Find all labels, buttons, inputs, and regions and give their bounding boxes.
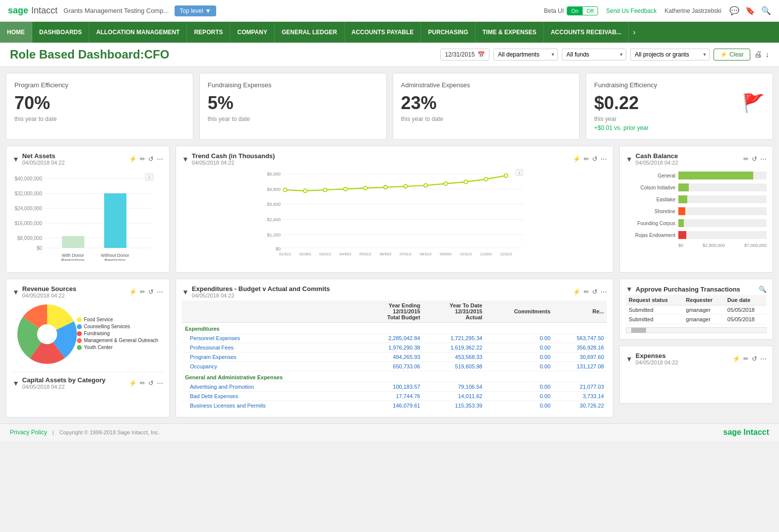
feedback-link[interactable]: Send Us Feedback [606, 7, 657, 14]
svg-point-39 [424, 183, 427, 187]
company-name: Grants Management Testing Comp... [63, 7, 169, 14]
expenses-collapse[interactable]: ▼ [626, 355, 633, 363]
svg-text:$8,000,000: $8,000,000 [17, 236, 42, 241]
dept-filter[interactable]: All departments [493, 49, 558, 60]
cap-more-icon[interactable]: ⋯ [157, 379, 163, 387]
svg-point-75 [37, 324, 57, 344]
nav-reports[interactable]: REPORTS [187, 22, 230, 43]
net-assets-collapse[interactable]: ▼ [12, 155, 19, 163]
nav-purchasing[interactable]: PURCHASING [421, 22, 476, 43]
cb-more-icon[interactable]: ⋯ [760, 155, 767, 163]
refresh-icon[interactable]: ↺ [148, 155, 154, 163]
clear-button[interactable]: ⚡ Clear [714, 49, 750, 60]
trend-cash-collapse[interactable]: ▼ [182, 155, 189, 163]
exp-more-icon[interactable]: ⋯ [600, 288, 607, 296]
exp-edit-icon[interactable]: ✏ [584, 288, 589, 296]
scrollbar-thumb[interactable] [631, 328, 646, 333]
trend-edit-icon[interactable]: ✏ [584, 155, 589, 163]
svg-text:015: 015 [302, 256, 308, 257]
exp-header-row: Year Ending12/31/2015Total Budget Year T… [182, 300, 607, 323]
nav-gl[interactable]: GENERAL LEDGER [275, 22, 345, 43]
nav-dashboards[interactable]: DASHBOARDS [32, 22, 89, 43]
cash-balance-collapse[interactable]: ▼ [626, 155, 633, 163]
expenses-filter-icon[interactable]: ⚡ [732, 355, 740, 362]
approve-collapse[interactable]: ▼ [626, 285, 633, 293]
approve-search-icon[interactable]: 🔍 [759, 286, 767, 293]
cash-balance-title: Cash Balance [636, 152, 678, 160]
summary-cards: Program Efficiency 70% this year to date… [6, 73, 773, 140]
capital-assets-section: ▼ Capital Assets by Category 04/05/2018 … [12, 372, 163, 390]
svg-text:$3,600: $3,600 [267, 202, 281, 207]
cap-refresh-icon[interactable]: ↺ [148, 379, 154, 387]
beta-toggle[interactable]: On Off [567, 6, 598, 15]
scrollbar[interactable] [626, 327, 767, 333]
footer-logo: sage Intacct [723, 428, 769, 437]
expenses-controls: ⚡ ✏ ↺ ⋯ [732, 355, 767, 362]
bookmark-icon[interactable]: 🔖 [745, 6, 755, 15]
nav-more-arrow[interactable]: › [629, 28, 639, 37]
svg-point-40 [444, 182, 447, 185]
rev-refresh-icon[interactable]: ↺ [148, 288, 154, 296]
export-icon[interactable]: ↓ [765, 50, 769, 59]
exp-refresh-icon[interactable]: ↺ [592, 288, 598, 296]
trend-more-icon[interactable]: ⋯ [600, 155, 607, 163]
filter-icon[interactable]: ⚡ [129, 155, 137, 163]
revenue-pie-area: Food Service Counselling Services Fundra… [12, 300, 163, 368]
nav-ar[interactable]: ACCOUNTS RECEIVAB... [544, 22, 629, 43]
cap-controls: ⚡ ✏ ↺ ⋯ [129, 379, 163, 387]
net-assets-header: ▼ Net Assets 04/05/2018 04:22 ⚡ ✏ ↺ ⋯ [12, 152, 163, 166]
expenses-empty [626, 367, 767, 397]
edit-icon[interactable]: ✏ [140, 155, 145, 163]
message-icon[interactable]: 💬 [729, 6, 739, 15]
exp-collapse[interactable]: ▼ [182, 288, 189, 296]
exp-table-scroll[interactable]: Year Ending12/31/2015Total Budget Year T… [182, 300, 607, 410]
project-filter[interactable]: All projects or grants [630, 49, 710, 60]
svg-text:015: 015 [343, 256, 349, 257]
svg-point-36 [363, 186, 367, 190]
svg-text:$1,200: $1,200 [267, 233, 281, 237]
exp-row: Occupancy 650,733.06 519,605.98 0.00 131… [182, 362, 607, 371]
privacy-policy-link[interactable]: Privacy Policy [10, 429, 47, 436]
nav-time-expenses[interactable]: TIME & EXPENSES [476, 22, 544, 43]
flag-icon: 🚩 [742, 93, 765, 114]
net-assets-title: Net Assets [22, 152, 65, 160]
exp-filter-icon[interactable]: ⚡ [573, 288, 581, 296]
expenses-refresh-icon[interactable]: ↺ [752, 355, 757, 362]
rev-more-icon[interactable]: ⋯ [157, 288, 163, 296]
fund-filter-wrapper: All funds [562, 49, 626, 60]
trend-refresh-icon[interactable]: ↺ [592, 155, 598, 163]
cb-refresh-icon[interactable]: ↺ [752, 155, 757, 163]
svg-text:$0: $0 [37, 245, 43, 251]
nav-allocation[interactable]: ALLOCATION MANAGEMENT [89, 22, 187, 43]
cap-collapse[interactable]: ▼ [12, 379, 19, 387]
search-icon[interactable]: 🔍 [761, 6, 771, 15]
expenses-more-icon[interactable]: ⋯ [760, 355, 767, 362]
cb-edit-icon[interactable]: ✏ [743, 155, 749, 163]
date-filter[interactable]: 12/31/2015 📅 [440, 49, 489, 60]
toggle-on[interactable]: On [567, 7, 583, 15]
cap-edit-icon[interactable]: ✏ [140, 379, 145, 387]
rev-filter-icon[interactable]: ⚡ [129, 288, 137, 296]
trend-cash-date: 04/05/2018 04:22 [192, 160, 275, 166]
nav-home[interactable]: HOME [0, 22, 32, 43]
toggle-off[interactable]: Off [583, 7, 598, 15]
fund-filter[interactable]: All funds [562, 49, 626, 60]
nav-company[interactable]: COMPANY [230, 22, 274, 43]
cap-filter-icon[interactable]: ⚡ [129, 379, 137, 387]
top-level-button[interactable]: Top level ▼ [175, 5, 216, 16]
svg-text:$2,400: $2,400 [267, 217, 281, 222]
approve-table-area[interactable]: Request status Requester Due date Submit… [626, 295, 767, 333]
trend-cash-widget: ▼ Trend Cash (in Thousands) 04/05/2018 0… [176, 146, 613, 273]
print-icon[interactable]: 🖨 [754, 50, 762, 59]
trend-filter-icon[interactable]: ⚡ [573, 155, 581, 163]
more-icon[interactable]: ⋯ [157, 155, 163, 163]
trend-cash-header: ▼ Trend Cash (in Thousands) 04/05/2018 0… [182, 152, 607, 166]
svg-text:$16,000,000: $16,000,000 [14, 221, 42, 226]
rev-edit-icon[interactable]: ✏ [140, 288, 145, 296]
exp-title: Expenditures - Budget v Actual and Commi… [192, 285, 330, 293]
expenses-edit-icon[interactable]: ✏ [743, 355, 749, 362]
svg-text:Without Donor: Without Donor [101, 253, 129, 258]
rev-collapse[interactable]: ▼ [12, 288, 19, 296]
approve-purchasing-widget: ▼ Approve Purchasing Transactions 🔍 Requ… [619, 279, 773, 340]
nav-ap[interactable]: ACCOUNTS PAYABLE [345, 22, 421, 43]
